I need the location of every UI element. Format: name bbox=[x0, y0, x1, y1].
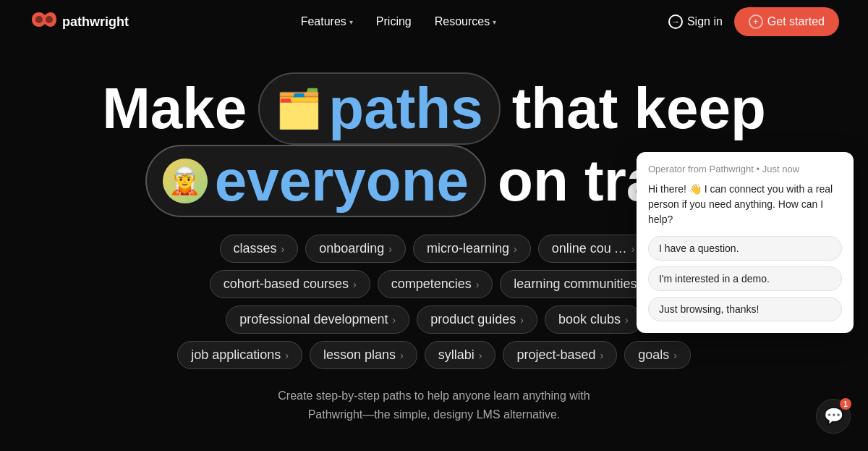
chat-badge: 1 bbox=[840, 398, 851, 410]
tag-product-guides[interactable]: product guides› bbox=[417, 305, 537, 334]
arrow-icon: › bbox=[388, 243, 392, 255]
tags-row-2: cohort-based courses› competencies› lear… bbox=[210, 270, 658, 298]
tags-section: classes› onboarding› micro-learning› onl… bbox=[177, 235, 691, 369]
tags-row-1: classes› onboarding› micro-learning› onl… bbox=[220, 235, 649, 263]
chevron-down-icon-resources: ▾ bbox=[493, 18, 496, 26]
arrow-icon: › bbox=[400, 350, 404, 361]
tag-goals[interactable]: goals› bbox=[624, 341, 691, 369]
arrow-icon: › bbox=[285, 350, 289, 361]
hero-keep-text: that keep bbox=[512, 78, 766, 139]
tag-syllabi[interactable]: syllabi› bbox=[425, 341, 496, 369]
arrow-icon: › bbox=[281, 243, 285, 255]
nav-actions: → Sign in + Get started bbox=[668, 7, 839, 36]
paths-icon: 🗂️ bbox=[276, 89, 323, 129]
chat-bubble-button[interactable]: 💬 1 bbox=[816, 399, 851, 434]
nav-links: Features ▾ Pricing Resources ▾ bbox=[301, 15, 497, 28]
chat-message: Hi there! 👋 I can connect you with a rea… bbox=[648, 182, 842, 227]
arrow-icon: › bbox=[479, 350, 482, 361]
tag-learning-communities[interactable]: learning communities› bbox=[500, 270, 658, 298]
arrow-icon: › bbox=[476, 279, 480, 290]
tag-book-clubs[interactable]: book clubs› bbox=[545, 305, 642, 334]
arrow-icon: › bbox=[600, 350, 603, 361]
chat-icon: 💬 bbox=[824, 407, 843, 426]
tag-competencies[interactable]: competencies› bbox=[378, 270, 493, 298]
chat-option-demo[interactable]: I'm interested in a demo. bbox=[648, 266, 842, 291]
svg-point-0 bbox=[35, 16, 43, 23]
chat-option-browsing[interactable]: Just browsing, thanks! bbox=[648, 297, 842, 321]
chat-option-question[interactable]: I have a question. bbox=[648, 236, 842, 261]
hero-line-1: Make 🗂️ paths that keep bbox=[102, 72, 766, 145]
paths-pill[interactable]: 🗂️ paths bbox=[258, 72, 500, 145]
tag-micro-learning[interactable]: micro-learning› bbox=[413, 235, 531, 263]
tag-project-based[interactable]: project-based› bbox=[503, 341, 617, 369]
arrow-icon: › bbox=[392, 314, 396, 326]
nav-features[interactable]: Features ▾ bbox=[301, 15, 353, 28]
svg-point-1 bbox=[46, 16, 53, 23]
arrow-icon: › bbox=[520, 314, 524, 326]
arrow-icon: › bbox=[353, 279, 357, 290]
logo-icon bbox=[29, 9, 56, 35]
chat-header: Operator from Pathwright • Just now bbox=[648, 164, 842, 174]
logo[interactable]: pathwright bbox=[29, 9, 129, 35]
arrow-icon: › bbox=[631, 243, 635, 255]
tag-professional-dev[interactable]: professional development› bbox=[226, 305, 409, 334]
everyone-pill[interactable]: 🧝 everyone bbox=[145, 145, 486, 217]
plus-icon: + bbox=[749, 14, 763, 29]
nav-pricing[interactable]: Pricing bbox=[376, 15, 412, 28]
get-started-button[interactable]: + Get started bbox=[734, 7, 839, 36]
hero-make-text: Make bbox=[102, 78, 247, 139]
logo-text: pathwright bbox=[62, 14, 129, 30]
sign-in-button[interactable]: → Sign in bbox=[668, 14, 723, 29]
tag-classes[interactable]: classes› bbox=[220, 235, 299, 263]
chevron-down-icon: ▾ bbox=[349, 18, 353, 26]
tags-row-4: job applications› lesson plans› syllabi›… bbox=[177, 341, 691, 369]
hero-subtitle: Create step-by-step paths to help anyone… bbox=[278, 387, 590, 423]
navbar: pathwright Features ▾ Pricing Resources … bbox=[0, 0, 868, 43]
tag-onboarding[interactable]: onboarding› bbox=[305, 235, 406, 263]
tag-job-applications[interactable]: job applications› bbox=[177, 341, 302, 369]
tag-cohort[interactable]: cohort-based courses› bbox=[210, 270, 370, 298]
avatar: 🧝 bbox=[163, 159, 208, 203]
tag-lesson-plans[interactable]: lesson plans› bbox=[310, 341, 417, 369]
arrow-icon: › bbox=[625, 314, 629, 326]
tags-row-3: professional development› product guides… bbox=[226, 305, 642, 334]
tag-online-courses[interactable]: online cou…› bbox=[538, 235, 649, 263]
chat-popup: Operator from Pathwright • Just now Hi t… bbox=[637, 152, 854, 333]
arrow-icon: › bbox=[514, 243, 517, 255]
nav-resources[interactable]: Resources ▾ bbox=[435, 15, 496, 28]
sign-in-icon: → bbox=[668, 14, 683, 29]
arrow-icon: › bbox=[673, 350, 677, 361]
chat-options: I have a question. I'm interested in a d… bbox=[648, 236, 842, 321]
